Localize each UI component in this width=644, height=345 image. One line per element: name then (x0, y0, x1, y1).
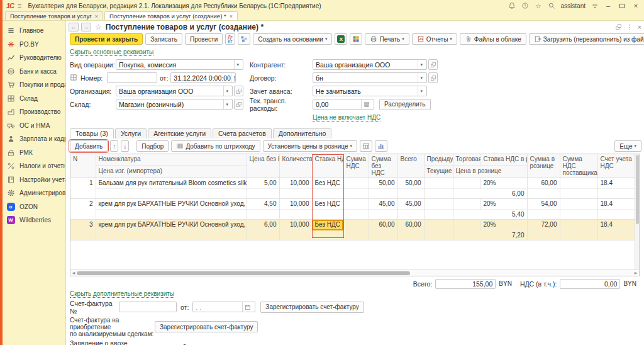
organization-select[interactable]: Ваша организация ООО▾ (116, 86, 233, 96)
table-settings-button[interactable] (360, 140, 372, 152)
col-n[interactable]: N (70, 154, 96, 178)
scroll-left-icon[interactable]: ◄ (70, 271, 77, 275)
chart-button[interactable] (375, 140, 387, 152)
history-clock-icon[interactable] (521, 2, 530, 10)
cell-total[interactable]: 45,00 (397, 199, 424, 210)
register-purchase-invoice-button[interactable]: Зарегистрировать счет-фактуру (155, 321, 258, 332)
sidebar-item-bank-cash[interactable]: Банк и касса (6, 65, 65, 79)
tab-settlement-accounts[interactable]: Счета расчетов (213, 128, 272, 139)
chevron-down-icon[interactable]: ▾ (234, 60, 240, 69)
hide-extra-details-link[interactable]: Скрыть дополнительные реквизиты (70, 290, 174, 298)
table-row-subline[interactable]: 5,40 (70, 210, 635, 220)
sidebar-item-purchases-sales[interactable]: Покупки и продажи (6, 78, 65, 92)
reports-button[interactable]: Отчеты▾ (412, 33, 457, 45)
cell-vat-account[interactable]: 18.4 (597, 199, 635, 210)
calendar-icon[interactable] (242, 302, 252, 312)
col-importer-price[interactable]: Цена изг. (импортера) (96, 166, 247, 178)
set-retail-prices-button[interactable]: Установить цены в рознице▾ (263, 140, 357, 152)
table-row-subline[interactable]: 6,00 (70, 189, 635, 199)
distribute-button[interactable]: Распределить (379, 99, 431, 110)
calendar-icon[interactable] (231, 73, 236, 82)
sidebar-item-administration[interactable]: Администрирование (6, 186, 65, 200)
cell-previous[interactable] (424, 220, 453, 230)
cell-retail-sum[interactable]: 54,00 (527, 199, 560, 210)
cell-vat-sum[interactable] (343, 178, 369, 189)
pick-button[interactable]: Подбор (136, 140, 169, 152)
col-sum-no-vat[interactable]: Сумма без НДС (369, 154, 397, 178)
open-counterparty-icon[interactable] (428, 59, 438, 70)
cell-retail-vat[interactable]: 20% (480, 199, 527, 210)
tab-agent-services[interactable]: Агентские услуги (148, 128, 211, 139)
favorite-star-icon[interactable]: ☆ (95, 23, 102, 31)
open-warehouse-icon[interactable] (234, 99, 243, 110)
col-retail-price[interactable]: Цена в рознице (453, 166, 527, 178)
cell-total[interactable]: 60,00 (397, 220, 424, 230)
cell-supplier-vat[interactable] (560, 199, 597, 210)
col-retail-vat-rate[interactable]: Ставка НДС в рознице (480, 154, 527, 166)
chevron-down-icon[interactable]: ▾ (418, 60, 424, 69)
cell-n[interactable]: 1 (70, 178, 96, 199)
post-and-close-button[interactable]: Провести и закрыть (70, 33, 143, 45)
close-form-icon[interactable]: × (638, 23, 641, 31)
service-menu-icon[interactable] (591, 2, 599, 10)
notifications-bell-icon[interactable] (508, 2, 516, 10)
post-button[interactable]: Провести (185, 33, 223, 45)
transport-costs-input[interactable]: 0,00 (313, 99, 374, 110)
cell-qty[interactable]: 10,000 (279, 220, 312, 230)
sidebar-item-wildberries[interactable]: WWildberries (6, 213, 65, 227)
col-current[interactable]: Текущие т... (424, 166, 453, 178)
col-vat-sum[interactable]: Сумма НДС (343, 154, 369, 178)
sidebar-item-manager[interactable]: Руководителю (6, 51, 65, 65)
back-button[interactable]: ← (69, 23, 79, 31)
chevron-down-icon[interactable]: ▾ (223, 99, 230, 109)
cell-n[interactable]: 3 (70, 220, 96, 240)
cell-total[interactable]: 50,00 (397, 178, 424, 189)
search-icon[interactable] (548, 2, 556, 10)
contract-select[interactable]: бн▾ (313, 72, 427, 83)
window-tab-receipt-list[interactable]: Поступление товаров и услуг × (5, 11, 103, 20)
export-excel-button[interactable]: X (335, 33, 347, 45)
col-retail-sum[interactable]: Сумма в рознице (527, 154, 560, 178)
move-row-down-button[interactable]: ↓ (121, 140, 129, 152)
operation-type-select[interactable]: Покупка, комиссия▾ (116, 59, 243, 70)
sidebar-item-poby[interactable]: PO.BY (6, 38, 65, 52)
col-nomenclature[interactable]: Номенклатура (96, 154, 247, 166)
save-button[interactable]: Записать (145, 33, 182, 45)
date-input[interactable]: 31.12.2024 0:00:00 (170, 72, 236, 83)
cell-retail-sum[interactable]: 72,00 (527, 220, 560, 230)
table-vertical-scrollbar[interactable] (635, 154, 639, 269)
cell-nomenclature[interactable]: крем для рук БАРХАТНЫЕ РУЧКИ Основной ух… (96, 199, 247, 210)
warehouse-select[interactable]: Магазин (розничный)▾ (116, 99, 233, 110)
invoice-date-input[interactable]: . . (192, 302, 255, 312)
tab-goods[interactable]: Товары (3) (70, 128, 114, 139)
cell-price[interactable]: 5,00 (247, 178, 279, 189)
cell-retail-vat[interactable]: 20% (480, 220, 527, 230)
cell-n[interactable]: 2 (70, 199, 96, 220)
chevron-down-icon[interactable]: ▾ (418, 86, 424, 96)
move-row-up-button[interactable]: ↑ (110, 140, 118, 152)
print-button[interactable]: Печать▾ (365, 33, 409, 45)
col-total[interactable]: Всего (397, 154, 424, 178)
cell-previous[interactable] (424, 178, 453, 189)
close-tab-icon[interactable]: × (95, 13, 98, 20)
table-more-button[interactable]: Еще▾ (614, 140, 641, 152)
hide-main-details-link[interactable]: Скрыть основные реквизиты (70, 48, 153, 56)
chevron-down-icon[interactable]: ▾ (223, 86, 230, 96)
cell-qty[interactable]: 10,000 (279, 199, 312, 210)
table-row[interactable]: 2 крем для рук БАРХАТНЫЕ РУЧКИ Основной … (70, 199, 635, 210)
open-contract-icon[interactable] (428, 72, 438, 83)
tab-additional[interactable]: Дополнительно (273, 128, 332, 139)
cell-sum-no-vat[interactable]: 50,00 (369, 178, 397, 189)
cell-trade[interactable] (453, 220, 480, 230)
sidebar-item-taxes[interactable]: Налоги и отчетность (6, 159, 65, 173)
open-organization-icon[interactable] (234, 86, 243, 96)
document-structure-button[interactable] (238, 33, 250, 45)
table-horizontal-scrollbar[interactable]: ◄ ► (70, 269, 639, 276)
counterparty-select[interactable]: Ваша организация ООО▾ (313, 59, 427, 70)
favorites-star-icon[interactable]: ☆ (535, 2, 543, 10)
sidebar-item-fixed-assets[interactable]: ОС и НМА (6, 119, 65, 133)
create-based-on-button[interactable]: Создать на основании▾ (253, 33, 332, 45)
tab-services[interactable]: Услуги (115, 128, 147, 139)
cell-vat-sum[interactable] (343, 220, 369, 230)
calculator-icon[interactable] (361, 99, 371, 109)
